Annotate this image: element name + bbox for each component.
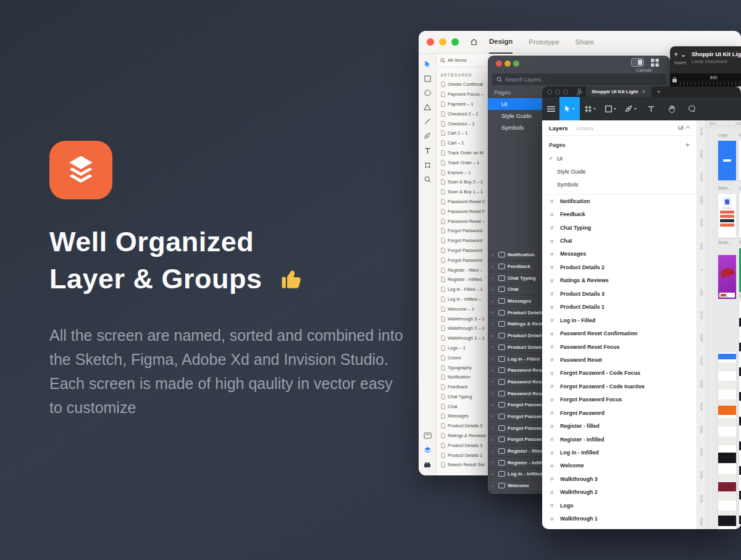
artboard-list-item[interactable]: Forgot Password <box>437 236 488 246</box>
chevron-right-icon[interactable]: › <box>492 471 496 477</box>
frame-list-item[interactable]: # Forgot Password Focus <box>542 393 697 406</box>
chevron-right-icon[interactable]: › <box>492 275 496 281</box>
artboard-list-item[interactable]: Walkthrough 2 – 1 <box>437 324 488 333</box>
close-tab-icon[interactable]: ✕ <box>642 89 646 94</box>
canvas-view-toggle-icon[interactable] <box>631 58 644 67</box>
artboard-panel-icon[interactable] <box>424 432 432 439</box>
artboard-list-item[interactable]: Checkout 2 – 1 <box>437 109 488 119</box>
frame-list-item[interactable]: # Welcome <box>542 459 697 472</box>
ellipse-tool-icon[interactable] <box>424 90 431 96</box>
chevron-right-icon[interactable]: › <box>492 448 496 454</box>
chevron-right-icon[interactable]: › <box>492 321 496 327</box>
artboard-list-item[interactable]: Register - filled – <box>437 265 488 275</box>
chevron-right-icon[interactable]: › <box>492 344 496 350</box>
artboard-list-item[interactable]: Log in - Filled – 1 <box>437 285 488 295</box>
pen-tool-icon[interactable] <box>424 132 431 140</box>
artboard-list-item[interactable]: Password Reset F <box>437 206 488 216</box>
chevron-right-icon[interactable]: › <box>492 298 496 304</box>
chevron-right-icon[interactable]: › <box>492 286 496 293</box>
frame-list-item[interactable]: # Walkthrough 2 <box>542 486 697 499</box>
artboard-label-logo[interactable]: Logo <box>718 133 728 137</box>
frame-list-item[interactable]: # Feedback <box>542 207 697 220</box>
chevron-right-icon[interactable]: › <box>492 309 496 316</box>
figma-canvas[interactable]: 500 1000 Logo W... Welc... Li... Scan.. <box>706 120 741 529</box>
frame-list-item[interactable]: # Password Reset Focus <box>542 340 697 353</box>
menu-icon[interactable] <box>542 97 559 120</box>
maximize-button[interactable] <box>451 38 459 46</box>
frame-list-item[interactable]: # Notification <box>542 194 697 207</box>
frame-list-item[interactable]: # Logo <box>542 499 697 512</box>
artboard-label-scan[interactable]: Scan... <box>718 240 732 244</box>
artboard-thumbnail-logo[interactable] <box>718 141 736 180</box>
chevron-right-icon[interactable]: › <box>492 437 496 443</box>
chevron-right-icon[interactable]: › <box>492 378 496 385</box>
artboard-list-item[interactable]: Ratings & Reviews <box>437 431 488 441</box>
artboard-thumbnail-welcome[interactable] <box>718 194 736 238</box>
artboard-list-item[interactable]: Forgot Password <box>437 255 488 265</box>
figma-page-item-style-guide[interactable]: Style Guide <box>542 165 697 178</box>
minimize-button[interactable] <box>555 90 560 94</box>
grid-view-icon[interactable] <box>651 59 659 67</box>
artboard-list-item[interactable]: Track Order on M <box>437 148 488 158</box>
chevron-right-icon[interactable]: › <box>492 390 496 396</box>
artboard-list-item[interactable]: Feedback <box>437 382 488 392</box>
chevron-right-icon[interactable]: › <box>492 413 496 419</box>
artboard-list-item[interactable]: Typography <box>437 362 488 372</box>
sketch-search-field[interactable]: Search Layers <box>492 73 666 85</box>
chevron-right-icon[interactable]: › <box>492 333 496 339</box>
artboard-thumbnail-scan[interactable] <box>718 255 736 299</box>
artboard-list-item[interactable]: Notification <box>437 372 488 382</box>
minimize-button[interactable] <box>504 61 511 67</box>
text-tool-icon[interactable] <box>424 147 431 154</box>
polygon-tool-icon[interactable] <box>424 104 431 111</box>
artboard-list-item[interactable]: Explore – 1 <box>437 167 488 177</box>
frame-tool[interactable] <box>580 97 600 120</box>
artboard-list-item[interactable]: Forgot Password <box>437 226 488 236</box>
frame-list-item[interactable]: # Walkthrough 3 <box>542 472 697 485</box>
artboard-list-item[interactable]: Scan & Buy 2 – 1 <box>437 177 488 187</box>
artboard-list-item[interactable]: Log in - infilled – <box>437 295 488 304</box>
chevron-right-icon[interactable]: › <box>492 483 496 489</box>
frame-list-item[interactable]: # Product Details 2 <box>542 261 697 274</box>
artboard-tool-icon[interactable] <box>424 162 431 169</box>
artboard-list-item[interactable]: Checkout – 1 <box>437 119 488 128</box>
artboard-label-welcome[interactable]: Welc... <box>718 186 731 190</box>
frame-list-item[interactable]: # Password Reset <box>542 353 697 366</box>
artboard-list-item[interactable]: Messages <box>437 411 488 421</box>
xd-search-field[interactable]: All Items <box>437 54 488 67</box>
page-indicator[interactable]: UI <box>678 125 690 131</box>
select-tool-icon[interactable] <box>424 60 431 68</box>
maximize-button[interactable] <box>513 61 519 67</box>
artboard-list-item[interactable]: Walkthrough 1 – 1 <box>437 333 488 343</box>
frame-list-item[interactable]: # Forgot Password <box>542 406 697 419</box>
insert-button[interactable]: + ⌄ Insert <box>670 51 690 73</box>
artboard-list-item[interactable]: Logo – 1 <box>437 343 488 353</box>
chevron-right-icon[interactable]: › <box>492 367 496 374</box>
frame-list-item[interactable]: # Forgot Password - Code Focus <box>542 367 697 380</box>
artboard-list-item[interactable]: Register - infilled <box>437 275 488 285</box>
artboard-list-item[interactable]: Forgot Password <box>437 246 488 256</box>
rectangle-tool-icon[interactable] <box>424 75 431 82</box>
artboard-label-home[interactable]: Hom... <box>718 294 731 298</box>
chevron-right-icon[interactable]: › <box>492 425 496 431</box>
tab-design[interactable]: Design <box>489 30 513 54</box>
minimize-button[interactable] <box>439 38 446 46</box>
frame-list-item[interactable]: # Register - Infilled <box>542 433 697 446</box>
artboard-thumbnail-home[interactable] <box>718 353 736 529</box>
artboard-list-item[interactable]: Walkthrough 3 – 1 <box>437 314 488 324</box>
tab-share[interactable]: Share <box>576 31 595 53</box>
shape-tool[interactable] <box>600 97 621 120</box>
lock-icon[interactable] <box>672 77 677 83</box>
frame-list-item[interactable]: # Chat Typing <box>542 221 697 234</box>
artboard-list-item[interactable]: Colors <box>437 353 488 362</box>
chevron-right-icon[interactable]: › <box>492 252 496 258</box>
figma-document-tab[interactable]: Shoppir UI Kit Light ✕ <box>586 86 651 97</box>
tab-prototype[interactable]: Prototype <box>529 31 559 53</box>
close-button[interactable] <box>547 90 552 94</box>
close-button[interactable] <box>496 61 502 67</box>
artboard-list-item[interactable]: Track Order – 1 <box>437 157 488 167</box>
artboard-list-item[interactable]: Search Result Sor <box>437 460 488 470</box>
home-icon[interactable] <box>470 38 478 46</box>
chevron-right-icon[interactable]: › <box>492 264 496 270</box>
add-page-icon[interactable]: + <box>685 141 690 149</box>
